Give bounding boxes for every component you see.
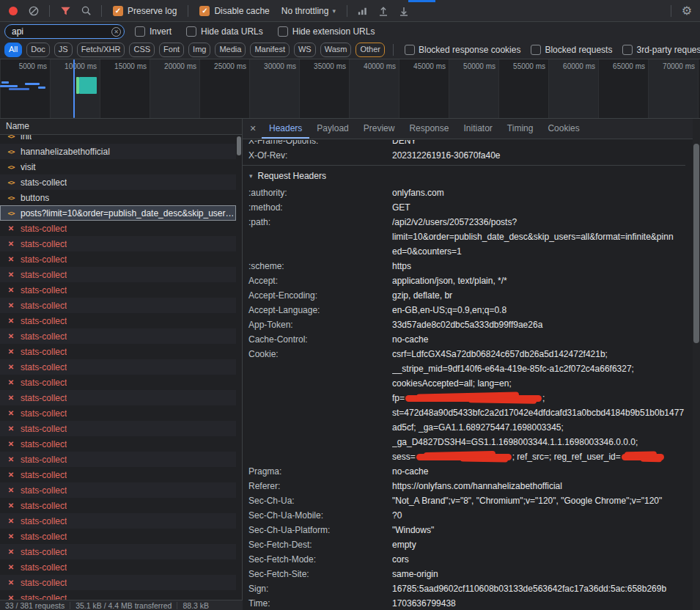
request-row[interactable]: ✕stats-collect <box>0 513 236 529</box>
error-icon: ✕ <box>6 240 16 248</box>
filter-chip-fetch-xhr[interactable]: Fetch/XHR <box>77 43 125 57</box>
checkbox-empty-icon <box>405 45 415 55</box>
request-row[interactable]: ✕stats-collect <box>0 421 236 436</box>
error-icon: ✕ <box>6 440 16 448</box>
scrollbar-thumb[interactable] <box>693 144 699 343</box>
invert-checkbox[interactable]: Invert <box>135 26 172 37</box>
request-row[interactable]: ✕stats-collect <box>0 467 236 482</box>
request-row[interactable]: ✕stats-collect <box>0 344 236 359</box>
scrollbar-thumb[interactable] <box>237 136 241 155</box>
request-row[interactable]: ✕stats-collect <box>0 236 236 251</box>
filter-input[interactable] <box>4 24 125 39</box>
header-name: Sec-Ch-Ua: <box>248 493 392 508</box>
request-row[interactable]: ✕stats-collect <box>0 313 236 328</box>
request-row[interactable]: ✕stats-collect <box>0 221 236 236</box>
filter-chip-other[interactable]: Other <box>355 43 385 57</box>
request-name: stats-collect <box>21 316 67 326</box>
header-name: Accept: <box>248 273 392 288</box>
third-party-requests-checkbox[interactable]: 3rd-party requests <box>622 45 700 55</box>
request-row[interactable]: ✕stats-collect <box>0 405 236 421</box>
filter-chip-media[interactable]: Media <box>215 43 246 57</box>
tab-headers[interactable]: Headers <box>262 119 309 139</box>
name-column-header[interactable]: Name <box>0 119 242 135</box>
disable-cache-checkbox[interactable]: ✓ Disable cache <box>199 6 269 16</box>
filter-chip-manifest[interactable]: Manifest <box>250 43 290 57</box>
request-row[interactable]: ✕stats-collect <box>0 390 236 405</box>
blocked-requests-label: Blocked requests <box>545 45 612 55</box>
filter-chip-css[interactable]: CSS <box>129 43 155 57</box>
waterfall-mark <box>1 81 9 84</box>
tab-timing[interactable]: Timing <box>500 119 541 139</box>
filter-chip-js[interactable]: JS <box>54 43 73 57</box>
close-details-button[interactable]: ✕ <box>244 119 262 139</box>
header-name: Accept-Encoding: <box>248 288 392 303</box>
filter-toggle-button[interactable] <box>56 3 74 19</box>
hide-extension-urls-checkbox[interactable]: Hide extension URLs <box>278 26 375 37</box>
overview-ruler[interactable]: 5000 ms10000 ms15000 ms20000 ms25000 ms3… <box>0 59 700 119</box>
request-list: <>init<>hannahelizabethofficial<>visit<>… <box>0 135 236 600</box>
header-name: X-Frame-Options: <box>248 140 392 148</box>
hide-data-urls-checkbox[interactable]: Hide data URLs <box>186 26 263 37</box>
request-row[interactable]: ✕stats-collect <box>0 452 236 467</box>
error-icon: ✕ <box>6 317 16 325</box>
tab-payload[interactable]: Payload <box>309 119 355 139</box>
tab-initiator[interactable]: Initiator <box>456 119 499 139</box>
filter-chip-wasm[interactable]: Wasm <box>320 43 352 57</box>
header-row: Accept-Language:en-GB,en-US;q=0.9,en;q=0… <box>243 303 685 317</box>
request-row[interactable]: ✕stats-collect <box>0 544 236 559</box>
clear-filter-button[interactable]: ✕ <box>111 27 121 37</box>
tab-cookies[interactable]: Cookies <box>540 119 586 139</box>
record-button[interactable] <box>4 3 22 19</box>
request-name: stats-collect <box>21 254 67 265</box>
blocked-requests-checkbox[interactable]: Blocked requests <box>531 45 612 55</box>
request-row[interactable]: ✕stats-collect <box>0 282 236 298</box>
request-row[interactable]: ✕stats-collect <box>0 575 236 590</box>
request-row[interactable]: ✕stats-collect <box>0 375 236 390</box>
import-har-button[interactable] <box>375 3 392 19</box>
search-button[interactable] <box>77 3 95 19</box>
request-row[interactable]: <>posts?limit=10&order=publish_date_desc… <box>0 205 236 221</box>
request-row[interactable]: ✕stats-collect <box>0 482 236 498</box>
request-row[interactable]: ✕stats-collect <box>0 359 236 375</box>
request-row[interactable]: <>init <box>0 135 236 144</box>
script-file-icon: <> <box>6 194 16 202</box>
request-row[interactable]: <>stats-collect <box>0 174 236 190</box>
request-row[interactable]: <>visit <box>0 159 236 174</box>
request-row[interactable]: ✕stats-collect <box>0 251 236 267</box>
request-row[interactable]: ✕stats-collect <box>0 436 236 452</box>
header-row: Cookie:csrf=LdfcGX4Sa72db06824c657db26a5… <box>243 347 685 464</box>
error-icon: ✕ <box>6 471 16 479</box>
filter-chip-doc[interactable]: Doc <box>26 43 50 57</box>
header-row: X-Frame-Options:DENY <box>243 140 685 148</box>
request-row[interactable]: ✕stats-collect <box>0 498 236 513</box>
filter-chip-font[interactable]: Font <box>159 43 184 57</box>
request-row[interactable]: ✕stats-collect <box>0 328 236 344</box>
error-icon: ✕ <box>6 594 16 600</box>
export-har-button[interactable] <box>395 3 413 19</box>
request-row[interactable]: ✕stats-collect <box>0 298 236 313</box>
script-file-icon: <> <box>6 135 16 140</box>
preserve-log-checkbox[interactable]: ✓ Preserve log <box>113 6 177 16</box>
network-conditions-button[interactable] <box>354 3 372 19</box>
request-row[interactable]: ✕stats-collect <box>0 559 236 575</box>
header-value: DENY <box>392 140 685 148</box>
tab-preview[interactable]: Preview <box>356 119 402 139</box>
filter-chip-ws[interactable]: WS <box>294 43 316 57</box>
filter-chip-all[interactable]: All <box>4 43 22 57</box>
request-row[interactable]: ✕stats-collect <box>0 529 236 544</box>
request-row[interactable]: <>buttons <box>0 190 236 205</box>
blocked-response-cookies-checkbox[interactable]: Blocked response cookies <box>405 45 520 55</box>
clear-log-button[interactable] <box>25 3 43 19</box>
header-value: ?0 <box>392 508 685 523</box>
request-row[interactable]: <>hannahelizabethofficial <box>0 144 236 159</box>
tab-response[interactable]: Response <box>402 119 456 139</box>
settings-button[interactable]: ⚙ <box>678 3 696 19</box>
download-icon <box>398 5 410 17</box>
filter-chip-img[interactable]: Img <box>188 43 210 57</box>
request-row[interactable]: ✕stats-collect <box>0 267 236 282</box>
timeline-tick-label: 55000 ms <box>513 62 548 70</box>
request-row[interactable]: ✕stats-collect <box>0 590 236 600</box>
request-headers-section[interactable]: ▾ Request Headers <box>243 166 685 185</box>
request-name: stats-collect <box>21 177 67 188</box>
throttling-select[interactable]: No throttling ▾ <box>281 6 336 16</box>
